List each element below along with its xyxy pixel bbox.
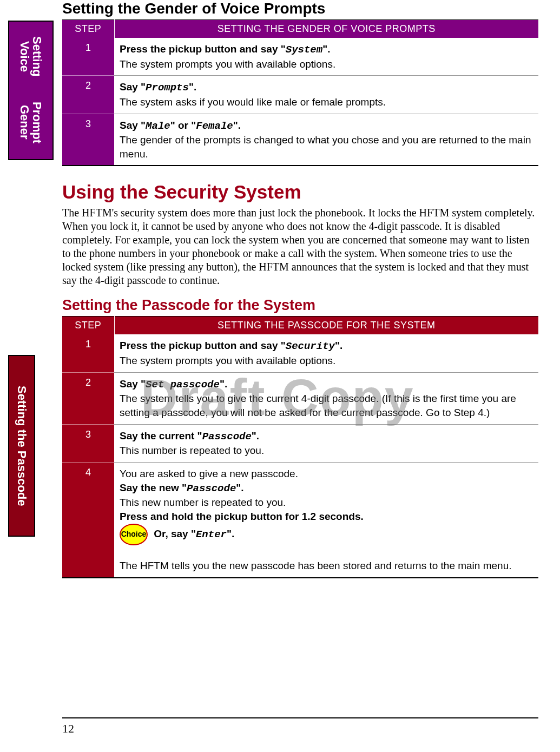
table-passcode-steps: STEP SETTING THE PASSCODE FOR THE SYSTEM… [62, 316, 538, 578]
side-tab-voice-prompt: Setting Voice Prompt Gener [8, 21, 54, 160]
side-tab-line: Setting Voice [18, 26, 43, 87]
page-number: 12 [62, 722, 74, 736]
side-tab-passcode: Setting the Passcode [8, 355, 35, 537]
heading-gender: Setting the Gender of Voice Prompts [62, 0, 538, 17]
table-row: 1 Press the pickup button and say "Syste… [62, 38, 538, 76]
step-text: You are asked to give a new passcode. Sa… [114, 462, 538, 577]
table-row: 2 Say "Set passcode". The system tells y… [62, 372, 538, 424]
step-text: Say the current "Passcode". This number … [114, 424, 538, 462]
step-text: Say "Prompts". The system asks if you wo… [114, 76, 538, 114]
heading-passcode: Setting the Passcode for the System [62, 297, 538, 314]
step-number: 3 [62, 114, 114, 166]
step-number: 2 [62, 76, 114, 114]
table-row: 2 Say "Prompts". The system asks if you … [62, 76, 538, 114]
step-number: 1 [62, 334, 114, 372]
table-row: 1 Press the pickup button and say "Secur… [62, 334, 538, 372]
th-step: STEP [62, 20, 114, 38]
step-text: Say "Male" or "Female". The gender of th… [114, 114, 538, 166]
step-number: 4 [62, 462, 114, 577]
side-tab-line: Prompt Gener [18, 90, 43, 155]
table-gender-steps: STEP SETTING THE GENDER OF VOICE PROMPTS… [62, 19, 538, 166]
step-number: 1 [62, 38, 114, 76]
th-desc: SETTING THE GENDER OF VOICE PROMPTS [114, 20, 538, 38]
side-tab-text: Setting the Passcode [15, 386, 28, 506]
th-desc: SETTING THE PASSCODE FOR THE SYSTEM [114, 316, 538, 335]
paragraph-security: The HFTM's security system does more tha… [62, 206, 538, 287]
step-text: Say "Set passcode". The system tells you… [114, 372, 538, 424]
footer-rule [62, 717, 538, 718]
table-row: 3 Say the current "Passcode". This numbe… [62, 424, 538, 462]
step-number: 2 [62, 372, 114, 424]
choice-icon: Choice [120, 524, 148, 545]
step-text: Press the pickup button and say "System"… [114, 38, 538, 76]
th-step: STEP [62, 316, 114, 335]
table-row: 3 Say "Male" or "Female". The gender of … [62, 114, 538, 166]
table-row: 4 You are asked to give a new passcode. … [62, 462, 538, 577]
step-number: 3 [62, 424, 114, 462]
step-text: Press the pickup button and say "Securit… [114, 334, 538, 372]
heading-security-system: Using the Security System [62, 181, 538, 203]
